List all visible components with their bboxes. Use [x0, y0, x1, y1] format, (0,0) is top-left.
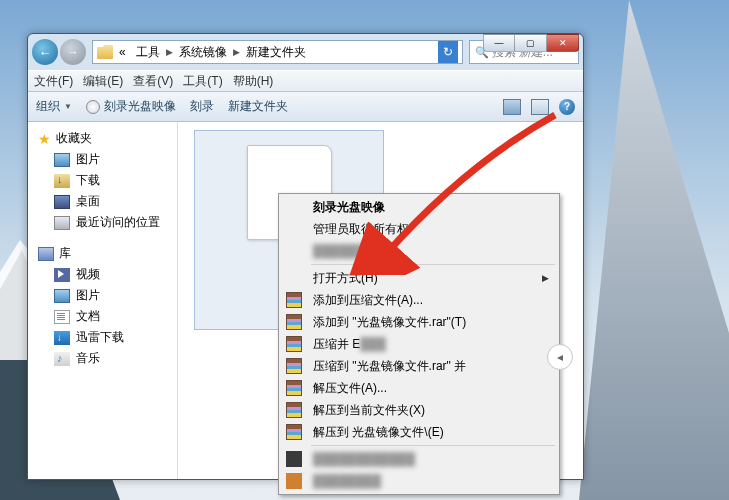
address-bar[interactable]: « 工具 ▶ 系统镜像 ▶ 新建文件夹 ↻ [92, 40, 463, 64]
window-caption-buttons: — ▢ ✕ [483, 34, 579, 52]
nav-forward-button[interactable]: → [60, 39, 86, 65]
color-icon [286, 451, 302, 467]
ctx-extract[interactable]: 解压文件(A)... [281, 377, 557, 399]
rar-icon [286, 314, 302, 330]
nav-back-button[interactable]: ← [32, 39, 58, 65]
sidebar-item-pictures-lib[interactable]: 图片 [28, 285, 177, 306]
sidebar-item-xunlei[interactable]: 迅雷下载 [28, 327, 177, 348]
menu-tools[interactable]: 工具(T) [183, 73, 222, 90]
sidebar-libraries-header[interactable]: 库 [28, 243, 177, 264]
ctx-burn-image[interactable]: 刻录光盘映像 [281, 196, 557, 218]
view-options-button[interactable] [503, 99, 521, 115]
ctx-add-archive[interactable]: 添加到压缩文件(A)... [281, 289, 557, 311]
chevron-right-icon: ▶ [233, 47, 240, 57]
ctx-blurred-1[interactable]: ████████ [281, 240, 557, 262]
breadcrumb-p1[interactable]: 工具 [132, 44, 164, 61]
toolbar: 组织 ▼ 刻录光盘映像 刻录 新建文件夹 ? [28, 92, 583, 122]
rar-icon [286, 358, 302, 374]
menu-file[interactable]: 文件(F) [34, 73, 73, 90]
rar-icon [286, 424, 302, 440]
context-menu: 刻录光盘映像 管理员取得所有权 ████████ 打开方式(H)▶ 添加到压缩文… [278, 193, 560, 495]
sidebar-item-pictures[interactable]: 图片 [28, 149, 177, 170]
rar-icon [286, 292, 302, 308]
desktop-icon [54, 195, 70, 209]
sidebar-item-video[interactable]: 视频 [28, 264, 177, 285]
sidebar-item-desktop[interactable]: 桌面 [28, 191, 177, 212]
preview-pane-button[interactable] [531, 99, 549, 115]
minimize-button[interactable]: — [483, 34, 515, 52]
menu-edit[interactable]: 编辑(E) [83, 73, 123, 90]
breadcrumb-p2[interactable]: 系统镜像 [175, 44, 231, 61]
chevron-right-icon: ▶ [166, 47, 173, 57]
breadcrumb-back[interactable]: « [115, 45, 130, 59]
menu-view[interactable]: 查看(V) [133, 73, 173, 90]
organize-button[interactable]: 组织 ▼ [36, 98, 72, 115]
ctx-open-with[interactable]: 打开方式(H)▶ [281, 267, 557, 289]
ctx-blurred-2[interactable]: ████████████ [281, 448, 557, 470]
sidebar-favorites-header[interactable]: ★收藏夹 [28, 128, 177, 149]
ctx-extract-to[interactable]: 解压到 光盘镜像文件\(E) [281, 421, 557, 443]
download-icon [54, 174, 70, 188]
library-icon [38, 247, 54, 261]
burn-button[interactable]: 刻录 [190, 98, 214, 115]
video-icon [54, 268, 70, 282]
maximize-button[interactable]: ▢ [515, 34, 547, 52]
rar-icon [286, 402, 302, 418]
star-icon: ★ [38, 131, 51, 147]
rar-icon [286, 336, 302, 352]
menu-help[interactable]: 帮助(H) [233, 73, 274, 90]
picture-icon [54, 153, 70, 167]
xunlei-icon [54, 331, 70, 345]
scroll-indicator[interactable]: ◂ [547, 344, 573, 370]
new-folder-button[interactable]: 新建文件夹 [228, 98, 288, 115]
ctx-compress-and[interactable]: 压缩并 E███ [281, 333, 557, 355]
music-icon [54, 352, 70, 366]
ctx-blurred-3[interactable]: ████████ [281, 470, 557, 492]
menubar: 文件(F) 编辑(E) 查看(V) 工具(T) 帮助(H) [28, 70, 583, 92]
sidebar: ★收藏夹 图片 下载 桌面 最近访问的位置 库 视频 图片 文档 迅雷下载 音乐 [28, 122, 178, 480]
refresh-button[interactable]: ↻ [438, 41, 458, 63]
ctx-add-rar[interactable]: 添加到 "光盘镜像文件.rar"(T) [281, 311, 557, 333]
color-icon [286, 473, 302, 489]
recent-icon [54, 216, 70, 230]
rar-icon [286, 380, 302, 396]
ctx-extract-here[interactable]: 解压到当前文件夹(X) [281, 399, 557, 421]
chevron-right-icon: ▶ [542, 273, 549, 283]
help-icon[interactable]: ? [559, 99, 575, 115]
close-button[interactable]: ✕ [547, 34, 579, 52]
sidebar-item-downloads[interactable]: 下载 [28, 170, 177, 191]
breadcrumb-p3[interactable]: 新建文件夹 [242, 44, 310, 61]
sidebar-item-recent[interactable]: 最近访问的位置 [28, 212, 177, 233]
sidebar-item-documents[interactable]: 文档 [28, 306, 177, 327]
ctx-compress-to[interactable]: 压缩到 "光盘镜像文件.rar" 并 [281, 355, 557, 377]
ctx-admin-own[interactable]: 管理员取得所有权 [281, 218, 557, 240]
document-icon [54, 310, 70, 324]
separator [311, 264, 555, 265]
picture-icon [54, 289, 70, 303]
sidebar-item-music[interactable]: 音乐 [28, 348, 177, 369]
burn-image-button[interactable]: 刻录光盘映像 [86, 98, 176, 115]
separator [311, 445, 555, 446]
folder-icon [97, 45, 113, 59]
